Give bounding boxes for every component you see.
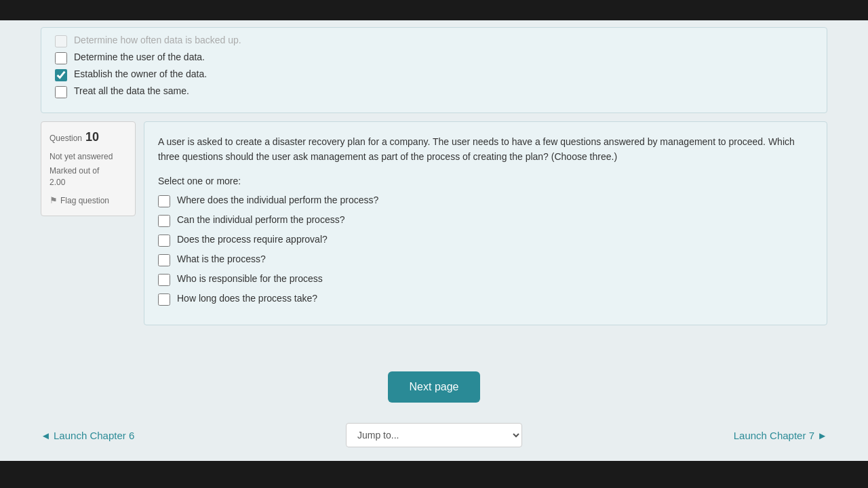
checkbox-option-f[interactable] [158,293,170,306]
question-box: A user is asked to create a disaster rec… [144,121,827,325]
prev-checkbox-same[interactable] [55,86,67,98]
prev-checkbox-user[interactable] [55,52,67,64]
jump-to-select[interactable]: Jump to... Question 1 Question 2 Questio… [346,423,522,447]
select-label: Select one or more: [158,176,813,186]
top-bar [0,0,868,20]
option-a-label: Where does the individual perform the pr… [177,195,378,205]
option-d-label: What is the process? [177,253,266,264]
flag-question-button[interactable]: ⚑ Flag question [50,195,109,207]
checkbox-option-a[interactable] [158,195,170,207]
next-page-button[interactable]: Next page [388,371,481,403]
question-text: A user is asked to create a disaster rec… [158,134,813,165]
prev-option-owner-label: Establish the owner of the data. [74,68,207,79]
question-10-layout: Question 10 Not yet answered Marked out … [41,121,827,325]
prev-option-same[interactable]: Treat all the data the same. [55,85,813,98]
prev-option-user-label: Determine the user of the data. [74,52,205,62]
question-mark: Marked out of 2.00 [50,165,127,188]
question-label: Question [50,134,82,143]
prev-checkbox-owner[interactable] [55,69,67,81]
launch-chapter-7-button[interactable]: Launch Chapter 7 ► [734,430,827,441]
option-f-label: How long does the process take? [177,293,317,304]
prev-question-box: Determine how often data is backed up. D… [41,27,827,113]
checkbox-option-d[interactable] [158,254,170,266]
prev-checkbox-backup[interactable] [55,35,67,47]
checkbox-option-c[interactable] [158,235,170,247]
option-b-row[interactable]: Can the individual perform the process? [158,214,813,227]
option-c-row[interactable]: Does the process require approval? [158,234,813,247]
launch-chapter-6-button[interactable]: ◄ Launch Chapter 6 [41,430,134,441]
option-b-label: Can the individual perform the process? [177,214,344,225]
question-status: Not yet answered [50,151,127,163]
question-sidebar: Question 10 Not yet answered Marked out … [41,121,136,216]
chapter-nav: ◄ Launch Chapter 6 Jump to... Question 1… [0,416,868,461]
option-d-row[interactable]: What is the process? [158,253,813,266]
option-c-label: Does the process require approval? [177,234,328,245]
prev-option-backup: Determine how often data is backed up. [55,35,813,47]
option-a-row[interactable]: Where does the individual perform the pr… [158,195,813,207]
question-number: 10 [85,130,99,144]
flag-icon: ⚑ [50,195,58,207]
checkbox-option-e[interactable] [158,274,170,286]
prev-option-user[interactable]: Determine the user of the data. [55,52,813,64]
bottom-bar [0,461,868,488]
bottom-nav: Next page [0,358,868,416]
prev-option-backup-label: Determine how often data is backed up. [74,35,241,45]
option-e-label: Who is responsible for the process [177,273,323,284]
checkbox-option-b[interactable] [158,215,170,227]
prev-option-same-label: Treat all the data the same. [74,85,189,96]
flag-label: Flag question [60,195,109,207]
option-e-row[interactable]: Who is responsible for the process [158,273,813,286]
option-f-row[interactable]: How long does the process take? [158,293,813,306]
prev-option-owner[interactable]: Establish the owner of the data. [55,68,813,81]
